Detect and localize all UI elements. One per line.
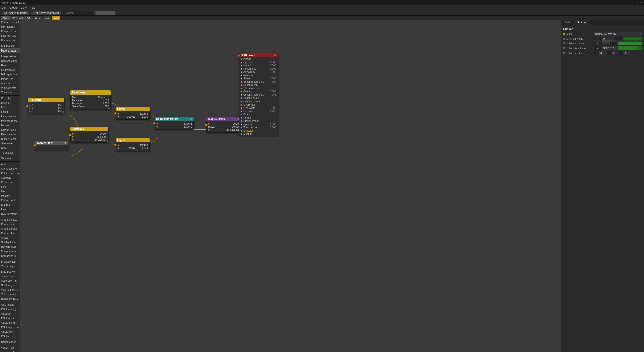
close-btn[interactable]: ✕ xyxy=(640,1,642,4)
node-falloffmap-resize[interactable] xyxy=(108,107,110,109)
sidebar-item-dirt[interactable]: Dirt xyxy=(0,105,20,110)
tab-emi[interactable]: Emi xyxy=(17,16,25,20)
node-falloffmap[interactable]: Falloffmap ModeNormal ... Minimum0.000 M… xyxy=(70,90,111,109)
sidebar-item-osl-utility[interactable]: OSL(utility) xyxy=(0,330,20,334)
window-controls[interactable]: — □ ✕ xyxy=(633,1,642,4)
sidebar-item-spotlight-distrib[interactable]: Spotlight distribu... xyxy=(0,240,20,245)
sidebar-item-color-correction[interactable]: Color correction xyxy=(0,171,20,176)
tab-cad[interactable]: CAD xyxy=(52,16,60,20)
sidebar-item-channel-inverter[interactable]: Channel Inverter xyxy=(0,231,20,236)
node-sinewave-resize[interactable] xyxy=(106,140,108,142)
node-octdiffuse-resize[interactable] xyxy=(275,133,277,135)
sidebar-item-random-color[interactable]: Random color xyxy=(0,132,20,137)
sidebar-item-subtract[interactable]: Subtract xyxy=(0,203,20,207)
menu-help[interactable]: Help xyxy=(30,6,35,9)
rpanel-dir-arrow-left[interactable]: ‹ xyxy=(594,51,599,55)
sidebar-item-channel-mapper[interactable]: Channel mapper xyxy=(0,218,20,222)
rpanel-maxval-arrow-right[interactable]: › xyxy=(610,41,618,45)
sidebar-item-randomwalk-medium[interactable]: Randomwalk medi... xyxy=(0,297,20,301)
sidebar-item-vertex-displacement[interactable]: Vertex displaceme... xyxy=(0,264,20,269)
node-canvas[interactable]: Transform S.X1.000 S.Y1.000 S.Z1.000 Fal… xyxy=(20,20,561,352)
menu-create[interactable]: Create xyxy=(9,6,18,9)
node-sinewave[interactable]: SineWave Offset Transform Projection xyxy=(70,127,108,143)
node-composite-texture[interactable]: Composite texture Layer2 Layer1 xyxy=(155,117,194,130)
node-octdiffuse[interactable]: OctDiffuse1 Albedo Specular 1.000 Metall… xyxy=(239,53,278,136)
sidebar-item-osl-ima[interactable]: OSL(IMA) xyxy=(0,312,20,316)
sidebar-item-insert[interactable]: Insert xyxy=(0,185,20,189)
sidebar-item-volume-medium[interactable]: Volume medium xyxy=(0,288,20,292)
rpanel-minval-input[interactable]: 0 xyxy=(602,37,614,41)
sidebar-item-chaos[interactable]: Chaos xyxy=(0,236,20,240)
sidebar-item-vertex-map[interactable]: Vertex map xyxy=(0,346,20,350)
menu-view[interactable]: View xyxy=(21,6,27,9)
tab-med[interactable]: Med xyxy=(43,16,51,20)
node-layer1[interactable]: Layer1 Texture Opacity 1.000 xyxy=(116,138,150,151)
sidebar-item-ray-direction[interactable]: Ray direction xyxy=(0,245,20,249)
rpanel-tab-shader[interactable]: Shader xyxy=(574,20,589,25)
rpanel-dir-val2[interactable]: 1 xyxy=(612,51,618,55)
sidebar-item-invert[interactable]: Invert xyxy=(0,207,20,212)
node-texture-emissi[interactable]: Texture Emissi Texture Power 10.000 Dist… xyxy=(206,117,242,133)
sidebar-item-add[interactable]: Add xyxy=(0,162,20,167)
sidebar-item-texture-emission[interactable]: Texture emission xyxy=(0,274,20,279)
sidebar-item-osl-camera[interactable]: OSL(camera) xyxy=(0,307,20,312)
rpanel-skew-slider[interactable] xyxy=(618,46,642,50)
tab-oth[interactable]: Oth xyxy=(25,16,33,20)
sidebar-item-composite-texture2[interactable]: Composite texture xyxy=(0,254,20,258)
sidebar-item-octane-noise[interactable]: Octane noise xyxy=(0,128,20,132)
sidebar-item-transform[interactable]: Transform xyxy=(0,90,20,95)
sidebar-item-image-texture[interactable]: Image texture xyxy=(0,54,20,59)
sidebar-item-tag-color-shader[interactable]: Tag color shader xyxy=(0,350,20,352)
rpanel-dir-val1[interactable]: 0 xyxy=(599,51,606,55)
sidebar-item-instance-color[interactable]: Instance color xyxy=(0,114,20,119)
rpanel-maxval-slider[interactable] xyxy=(618,41,642,45)
sidebar-item-falloff[interactable]: Falloff xyxy=(0,110,20,114)
search-input[interactable] xyxy=(63,11,93,15)
sidebar-item-gaussian-spectrum[interactable]: Gaussian spectrum xyxy=(0,68,20,72)
node-composite-resize[interactable] xyxy=(191,127,193,129)
node-layer1-resize[interactable] xyxy=(147,148,149,150)
sidebar-item-scattering-medium[interactable]: Scattering medium xyxy=(0,283,20,288)
sidebar-item-mix[interactable]: Mix xyxy=(0,189,20,194)
sidebar-item-slide[interactable]: Slide xyxy=(0,146,20,150)
tab-mat[interactable]: Mat xyxy=(1,16,9,20)
rpanel-tab-basic[interactable]: Basic xyxy=(561,20,574,25)
sidebar-item-clamp-texture[interactable]: Clamp texture xyxy=(0,167,20,171)
sidebar-item-float[interactable]: Float xyxy=(0,63,20,68)
sidebar-item-layered-material[interactable]: Layered material xyxy=(0,34,20,38)
sidebar-item-mix-material[interactable]: Mix material xyxy=(0,25,20,29)
rpanel-dir-arrow-mid2[interactable]: › xyxy=(619,51,624,55)
sidebar-item-osl-pattern[interactable]: OSL(pattern) xyxy=(0,321,20,325)
sidebar-item-uvw-transform[interactable]: Uvw transform xyxy=(0,212,20,216)
sidebar-item-ridged-fractal[interactable]: Ridged fractal xyxy=(0,137,20,141)
node-texture-proje[interactable]: Texture Proje xyxy=(35,141,68,150)
sidebar-item-toon-ramp[interactable]: Toon ramp xyxy=(0,156,20,161)
sidebar-item-cosine-mix[interactable]: Cosine mix xyxy=(0,180,20,185)
sidebar-item-octane-material[interactable]: Octane material xyxy=(0,20,20,25)
sidebar-item-sub-material[interactable]: Sub material xyxy=(0,44,20,48)
sidebar-item-turbulance[interactable]: Turbulance xyxy=(0,150,20,155)
sidebar-item-attribute[interactable]: Attribute xyxy=(0,81,20,86)
sidebar-item-marble[interactable]: Marble xyxy=(0,123,20,128)
sidebar-item-volume-ramp[interactable]: Volume ramp xyxy=(0,292,20,297)
node-transform-resize[interactable] xyxy=(62,111,64,113)
rpanel-minval-slider[interactable] xyxy=(623,37,642,41)
rpanel-skew-input[interactable]: 9.381967 xyxy=(602,46,617,50)
rpanel-maxval-input[interactable]: 1 xyxy=(602,41,610,45)
node-transform[interactable]: Transform S.X1.000 S.Y1.000 S.Z1.000 xyxy=(28,98,64,114)
sidebar-item-round-edges[interactable]: Round edges xyxy=(0,340,20,344)
rpanel-minval-arrow-right[interactable]: › xyxy=(615,37,622,41)
node-texture-proje-resize[interactable] xyxy=(65,147,67,149)
node-layer2-resize[interactable] xyxy=(147,117,149,119)
sidebar-item-projection[interactable]: Projection xyxy=(0,96,20,101)
sidebar-item-multiply[interactable]: Multiply xyxy=(0,194,20,198)
sidebar-item-instance-range[interactable]: Instance range xyxy=(0,119,20,123)
sidebar-item-octane-gradient[interactable]: Octane gradient xyxy=(0,198,20,203)
rpanel-mode-dropdown[interactable]: Normal vs. eye ray ▾ xyxy=(594,32,642,36)
sidebar-item-checker[interactable]: Checker xyxy=(0,101,20,105)
sidebar-item-sine-wave[interactable]: Sine wave xyxy=(0,141,20,146)
minimize-btn[interactable]: — xyxy=(633,1,635,4)
rpanel-skew-arrow-left[interactable]: ‹ xyxy=(594,46,601,50)
sidebar-item-compare[interactable]: Compare xyxy=(0,176,20,180)
sidebar-item-osl-noise[interactable]: OSL(noise) xyxy=(0,316,20,321)
